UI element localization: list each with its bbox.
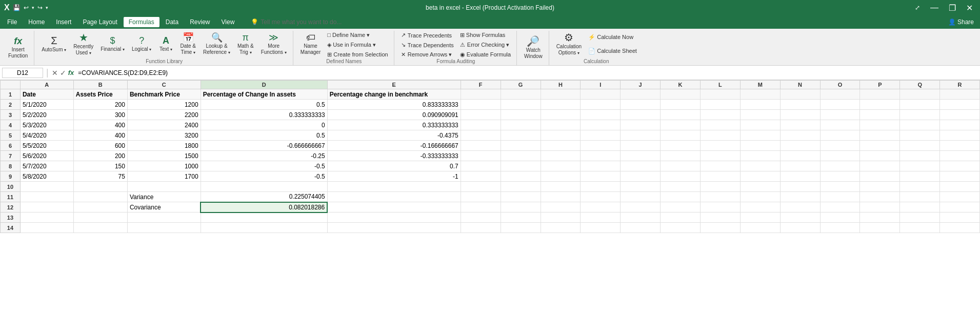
table-cell[interactable]: 0.333333333 <box>201 110 327 120</box>
table-cell[interactable] <box>501 192 541 202</box>
col-N[interactable]: N <box>780 81 820 89</box>
table-cell[interactable]: 150 <box>73 161 127 171</box>
remove-arrows-button[interactable]: ✕ Remove Arrows ▾ <box>398 50 456 59</box>
table-cell[interactable] <box>940 192 980 202</box>
table-cell[interactable] <box>327 223 461 233</box>
close-icon[interactable]: ✕ <box>963 2 976 14</box>
col-C[interactable]: C <box>127 81 201 89</box>
table-cell[interactable] <box>900 151 940 161</box>
table-cell[interactable] <box>740 120 780 130</box>
table-cell[interactable]: 1700 <box>127 171 201 182</box>
table-cell[interactable] <box>461 89 501 100</box>
row-header-2[interactable]: 2 <box>1 100 21 110</box>
col-E[interactable]: E <box>327 81 461 89</box>
col-F[interactable]: F <box>461 81 501 89</box>
row-header-4[interactable]: 4 <box>1 120 21 130</box>
table-cell[interactable] <box>73 213 127 223</box>
table-cell[interactable] <box>940 151 980 161</box>
table-cell[interactable] <box>541 89 581 100</box>
table-cell[interactable] <box>581 100 621 110</box>
table-cell[interactable]: 5/1/2020 <box>20 100 73 110</box>
table-cell[interactable]: 5/3/2020 <box>20 120 73 130</box>
menu-review[interactable]: Review <box>185 17 215 27</box>
table-cell[interactable] <box>541 161 581 171</box>
table-cell[interactable]: 200 <box>73 151 127 161</box>
col-A[interactable]: A <box>20 81 73 89</box>
col-D[interactable]: D <box>201 81 327 89</box>
table-cell[interactable] <box>581 202 621 213</box>
table-cell[interactable] <box>740 171 780 182</box>
table-cell[interactable] <box>541 110 581 120</box>
row-header-1[interactable]: 1 <box>1 89 21 100</box>
table-cell[interactable] <box>780 202 820 213</box>
table-cell[interactable]: 200 <box>73 100 127 110</box>
table-cell[interactable] <box>780 130 820 141</box>
table-cell[interactable] <box>740 223 780 233</box>
row-header-9[interactable]: 9 <box>1 171 21 182</box>
table-cell[interactable] <box>621 161 661 171</box>
table-cell[interactable]: 600 <box>73 141 127 151</box>
confirm-formula-icon[interactable]: ✓ <box>60 69 66 77</box>
use-in-formula-button[interactable]: ◈ Use in Formula ▾ <box>325 41 390 49</box>
table-cell[interactable] <box>661 100 701 110</box>
menu-file[interactable]: File <box>2 17 22 27</box>
calculate-sheet-button[interactable]: 📄 Calculate Sheet <box>586 47 639 56</box>
more-tools-icon[interactable]: ▾ <box>46 5 48 10</box>
table-cell[interactable] <box>127 182 201 192</box>
table-cell[interactable]: 0 <box>201 120 327 130</box>
table-cell[interactable] <box>581 192 621 202</box>
table-cell[interactable] <box>900 182 940 192</box>
table-cell[interactable]: -0.666666667 <box>201 141 327 151</box>
date-time-button[interactable]: 📅 Date &Time ▾ <box>177 31 199 57</box>
table-cell[interactable] <box>461 110 501 120</box>
table-cell[interactable]: 5/2/2020 <box>20 110 73 120</box>
table-cell[interactable]: -0.4375 <box>327 130 461 141</box>
table-cell[interactable] <box>700 161 740 171</box>
table-cell[interactable] <box>780 141 820 151</box>
table-cell[interactable]: 5/7/2020 <box>20 161 73 171</box>
table-cell[interactable] <box>700 130 740 141</box>
table-cell[interactable] <box>780 182 820 192</box>
table-cell[interactable] <box>581 171 621 182</box>
table-cell[interactable] <box>740 141 780 151</box>
col-G[interactable]: G <box>501 81 541 89</box>
table-cell[interactable] <box>127 213 201 223</box>
col-J[interactable]: J <box>621 81 661 89</box>
table-cell[interactable] <box>461 202 501 213</box>
table-cell[interactable] <box>940 213 980 223</box>
table-cell[interactable] <box>940 89 980 100</box>
share-button[interactable]: 👤 Share <box>948 18 974 26</box>
table-cell[interactable]: 1500 <box>127 151 201 161</box>
table-cell[interactable] <box>661 171 701 182</box>
col-K[interactable]: K <box>661 81 701 89</box>
table-cell[interactable] <box>740 182 780 192</box>
table-cell[interactable] <box>900 192 940 202</box>
table-cell[interactable] <box>940 120 980 130</box>
row-header-12[interactable]: 12 <box>1 202 21 213</box>
table-cell[interactable] <box>501 100 541 110</box>
table-cell[interactable] <box>900 141 940 151</box>
table-cell[interactable] <box>20 202 73 213</box>
table-cell[interactable] <box>661 130 701 141</box>
table-cell[interactable] <box>541 141 581 151</box>
table-cell[interactable] <box>860 192 900 202</box>
table-cell[interactable] <box>621 110 661 120</box>
redo-icon[interactable]: ↪ <box>37 4 43 11</box>
row-header-13[interactable]: 13 <box>1 213 21 223</box>
row-header-6[interactable]: 6 <box>1 141 21 151</box>
table-cell[interactable] <box>461 213 501 223</box>
table-cell[interactable]: 300 <box>73 110 127 120</box>
table-cell[interactable] <box>541 120 581 130</box>
table-cell[interactable] <box>621 223 661 233</box>
table-cell[interactable]: 0.5 <box>201 130 327 141</box>
table-cell[interactable] <box>820 120 860 130</box>
menu-view[interactable]: View <box>216 17 240 27</box>
row-header-8[interactable]: 8 <box>1 161 21 171</box>
table-cell[interactable] <box>700 202 740 213</box>
col-I[interactable]: I <box>581 81 621 89</box>
table-cell[interactable]: 0.082018286 <box>201 202 327 213</box>
table-cell[interactable] <box>900 89 940 100</box>
table-cell[interactable] <box>860 182 900 192</box>
table-cell[interactable] <box>860 89 900 100</box>
table-cell[interactable] <box>501 182 541 192</box>
